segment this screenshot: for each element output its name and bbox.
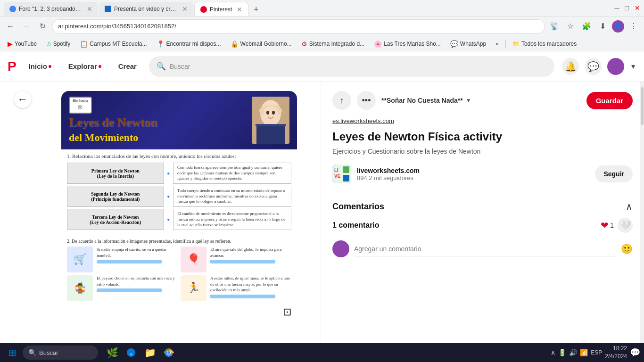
notification-bell-icon[interactable]: 🔔	[562, 58, 579, 75]
creator-info: liveworksheets.com 894.2 mil seguidores	[357, 167, 589, 181]
reload-button[interactable]: ↻	[36, 20, 49, 33]
emoji-button[interactable]: 🙂	[621, 243, 633, 255]
bookmark-youtube[interactable]: ▶ YouTube	[4, 39, 41, 49]
taskbar-app-1[interactable]: 🌿	[104, 344, 121, 361]
page-scrollbar[interactable]	[640, 82, 644, 362]
volume-icon[interactable]: 🔊	[569, 349, 577, 356]
part2-item-2: 🎈 El aire que sale del globo, lo impulsa…	[181, 247, 291, 272]
back-arrow-button[interactable]: ←	[14, 91, 31, 108]
comment-input[interactable]	[354, 241, 616, 257]
comments-collapse-icon[interactable]: ∧	[626, 201, 633, 212]
part2-text-3: El payaso chocó en su patineta con una r…	[97, 275, 178, 287]
taskbar-app-files[interactable]: 📁	[141, 344, 158, 361]
part2-question: 2. De acuerdo a la información e imágene…	[67, 239, 291, 244]
law-desc-2: Todo cuerpo tiende a continuar en su mis…	[173, 186, 291, 207]
tab-close-foro[interactable]: ✕	[87, 5, 92, 13]
law-desc-3: El cambio de movimiento es directamente …	[173, 209, 291, 230]
language-indicator[interactable]: ESP	[591, 349, 602, 356]
profile-icon[interactable]: 👤	[612, 20, 624, 33]
tab-pinterest[interactable]: Pinterest ✕	[194, 2, 248, 16]
bookmark-spotify[interactable]: ♫ Spotify	[42, 39, 74, 49]
back-button[interactable]: ←	[4, 20, 17, 33]
dinamica-badge: Dinámica ⊗	[69, 97, 92, 114]
search-bar[interactable]: 🔍 Buscar	[149, 56, 554, 77]
scan-icon[interactable]: ⊡	[283, 306, 291, 318]
extension-icon[interactable]: 🧩	[580, 20, 593, 33]
tab-presenta[interactable]: Presenta en video y crea imáge... ✕	[99, 2, 193, 16]
taskbar-search[interactable]: 🔍 Buscar	[23, 346, 98, 360]
more-options-icon[interactable]: •••	[357, 91, 376, 110]
bookmark-campus[interactable]: 📋 Campus MT Escuela...	[76, 39, 150, 49]
board-selector[interactable]: **Soñar No Cuesta Nada** ▼	[381, 97, 581, 104]
browser-titlebar: Foro "1, 2, 3 probando..." | UNN ✕ Prese…	[0, 0, 644, 16]
bookmark-encontrar[interactable]: 📍 Encontrar mi dispos...	[153, 39, 225, 49]
download-icon[interactable]: ⬇	[596, 20, 609, 33]
taskbar-app-edge[interactable]	[123, 344, 140, 361]
search-icon: 🔍	[157, 62, 166, 71]
law-row-2: Segunda Ley de Newton(Principio fundamen…	[67, 186, 291, 207]
address-input[interactable]	[52, 19, 545, 33]
bookmark-sistema[interactable]: ⚙ Sistema Integrado d...	[297, 39, 368, 49]
share-icon[interactable]: ↑	[332, 91, 351, 110]
profile-chevron-icon[interactable]: ▼	[630, 63, 636, 70]
notification-center-icon[interactable]: 💬	[630, 347, 640, 358]
tab-foro[interactable]: Foro "1, 2, 3 probando..." | UNN ✕	[4, 2, 98, 16]
svg-point-16	[167, 351, 170, 354]
nav-explorar[interactable]: Explorar	[64, 59, 106, 73]
scroll-thumb[interactable]	[641, 87, 644, 125]
creator-avatar[interactable]: LI VE	[332, 165, 351, 183]
answer-bar-1	[97, 260, 162, 263]
cast-icon[interactable]: 📡	[548, 20, 561, 33]
bookmarks-bar: ▶ YouTube ♫ Spotify 📋 Campus MT Escuela.…	[0, 36, 644, 51]
svg-point-4	[263, 106, 278, 121]
nav-crear[interactable]: Crear	[114, 59, 141, 73]
part2-text-1: Si nadie empuja el carrito, se va a qued…	[97, 247, 178, 258]
newton-portrait	[252, 97, 289, 144]
comment-input-row: 🙂	[332, 240, 633, 257]
maximize-button[interactable]: □	[625, 4, 629, 12]
svg-point-6	[272, 111, 275, 115]
forward-button[interactable]: →	[20, 20, 33, 33]
save-button[interactable]: Guardar	[586, 92, 633, 109]
law-name-1: Primera Ley de Newton(Ley de la Inercia)	[67, 163, 164, 184]
bookmark-lastresmarias[interactable]: 🌸 Las Tres Marías Sho...	[370, 39, 445, 49]
tab-close-presenta[interactable]: ✕	[182, 5, 188, 13]
comments-title: Comentarios	[332, 202, 384, 212]
close-button[interactable]: ✕	[635, 4, 640, 12]
minimize-button[interactable]: ─	[615, 4, 619, 12]
bookmarks-more[interactable]: »	[492, 40, 503, 48]
svg-text:LI: LI	[334, 168, 339, 173]
windows-logo-icon: ⊞	[8, 347, 17, 358]
tray-up-icon[interactable]: ∧	[551, 349, 555, 356]
nav-inicio[interactable]: Inicio	[24, 59, 56, 73]
pin-image-container: Dinámica ⊗ Leyes de Newton del Movimient…	[61, 91, 297, 320]
reaction-area: ❤ 1 🤍	[601, 218, 633, 233]
pinterest-logo[interactable]: P	[8, 59, 17, 74]
menu-icon[interactable]: ⋮	[627, 20, 640, 33]
pin-image-title-line1: Leyes de Newton	[69, 115, 252, 130]
bookmark-star-icon[interactable]: ☆	[564, 20, 577, 33]
tabs-area: Foro "1, 2, 3 probando..." | UNN ✕ Prese…	[4, 0, 611, 16]
pin-header: Dinámica ⊗ Leyes de Newton del Movimient…	[61, 91, 297, 149]
pinterest-content: ← Dinámica ⊗ Leyes de	[0, 82, 644, 362]
start-button[interactable]: ⊞	[4, 344, 21, 361]
tab-close-pinterest[interactable]: ✕	[237, 6, 242, 13]
part2-item-1: 🛒 Si nadie empuja el carrito, se va a qu…	[67, 247, 178, 272]
heart-outline-icon[interactable]: 🤍	[618, 218, 633, 233]
source-link[interactable]: es.liveworksheets.com	[332, 117, 633, 124]
bookmark-webmail[interactable]: 🔒 Webmail Gobierno...	[227, 39, 296, 49]
toolbar-icons: 📡 ☆ 🧩 ⬇ 👤 ⋮	[548, 20, 640, 33]
user-avatar[interactable]	[607, 58, 624, 75]
law-connector-2: ●	[166, 186, 171, 207]
dinamica-badge-area: Dinámica ⊗	[69, 97, 92, 114]
messages-icon[interactable]: 💬	[585, 58, 602, 75]
bookmark-whatsapp[interactable]: 💬 WhatsApp	[446, 39, 490, 49]
new-tab-button[interactable]: +	[249, 3, 263, 16]
taskbar-app-chrome[interactable]	[160, 344, 177, 361]
pinterest-nav: P Inicio Explorar Crear 🔍 Buscar 🔔 💬 ▼	[0, 51, 644, 82]
heart-filled-icon[interactable]: ❤ 1	[601, 220, 614, 231]
bookmarks-all[interactable]: 📁 Todos los marcadores	[509, 40, 580, 48]
system-clock[interactable]: 18:22 2/4/2024	[605, 345, 627, 361]
wifi-icon[interactable]: 📶	[580, 349, 588, 356]
follow-button[interactable]: Seguir	[595, 165, 633, 182]
